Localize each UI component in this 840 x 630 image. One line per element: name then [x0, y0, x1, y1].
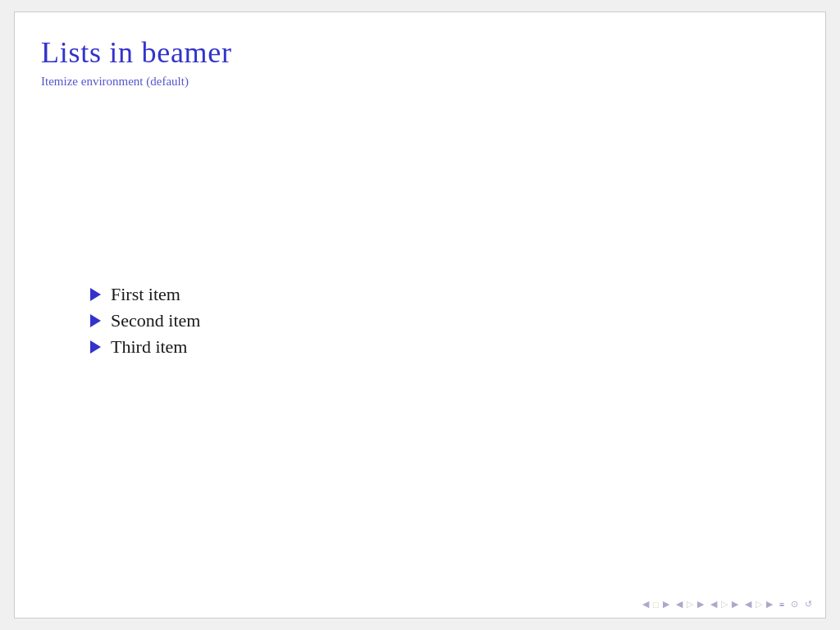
slide-header: Lists in beamer Itemize environment (def…	[41, 35, 799, 89]
bullet-icon	[90, 314, 101, 327]
bullet-icon	[90, 288, 101, 301]
nav-next-slide-icon[interactable]: ▶	[766, 599, 773, 609]
nav-prev-section-icon[interactable]: ◀	[676, 599, 682, 609]
list-item-label: Second item	[111, 310, 200, 331]
nav-next-section-icon[interactable]: ▶	[697, 599, 704, 609]
slide-title: Lists in beamer	[41, 35, 799, 70]
item-list: First itemSecond itemThird item	[90, 284, 799, 358]
list-item: Second item	[90, 310, 799, 331]
nav-prev-slide-icon[interactable]: ◀	[745, 599, 751, 609]
list-item-label: First item	[111, 284, 180, 305]
slide-content: First itemSecond itemThird item	[41, 89, 799, 601]
bullet-icon	[90, 340, 101, 354]
nav-next-frame-icon[interactable]: ▶	[663, 599, 669, 609]
nav-prev-frame-icon[interactable]: ◀	[642, 599, 649, 609]
navigation-bar: ◀ □ ▶ ◀ ▷ ▶ ◀ ▷ ▶ ◀ ▷ ▶ ≡ ⊙ ↺	[642, 599, 812, 609]
nav-next-subsection-icon[interactable]: ▶	[732, 599, 738, 609]
list-item-label: Third item	[111, 336, 187, 358]
list-item: Third item	[90, 336, 799, 358]
list-item: First item	[90, 284, 799, 305]
slide-subtitle: Itemize environment (default)	[41, 75, 799, 89]
nav-refresh-icon[interactable]: ↺	[805, 599, 812, 609]
nav-prev-subsection-icon[interactable]: ◀	[710, 599, 717, 609]
nav-zoom-icon[interactable]: ⊙	[791, 599, 798, 609]
slide: Lists in beamer Itemize environment (def…	[14, 11, 826, 619]
nav-toc-icon[interactable]: ≡	[779, 600, 784, 609]
